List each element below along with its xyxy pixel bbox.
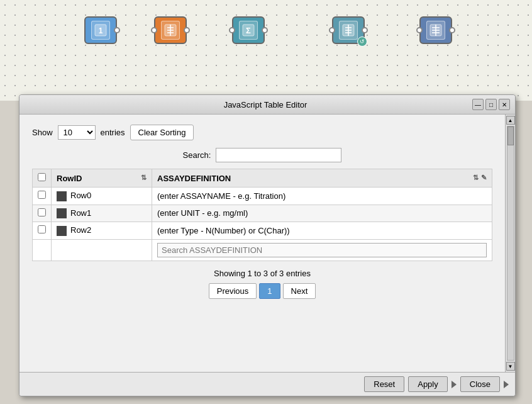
node-397-port-right[interactable] (114, 27, 120, 33)
node-392-box[interactable]: Σ (232, 16, 265, 44)
row-2-checkbox[interactable] (38, 225, 46, 233)
showing-text: Showing 1 to 3 of 3 entries (32, 269, 492, 278)
restore-button[interactable]: □ (485, 99, 497, 110)
close-modal-button[interactable]: ✕ (499, 99, 510, 110)
modal-scrollbar: ▲ ▼ (505, 115, 515, 372)
node-412-box[interactable] (419, 16, 452, 44)
node-394-box[interactable]: ↺ (332, 16, 365, 44)
col-header-checkbox (33, 169, 52, 188)
row-color-indicator (57, 226, 67, 236)
assaydef-edit-icon[interactable]: ✎ (481, 174, 487, 182)
previous-button[interactable]: Previous (209, 283, 257, 299)
row-1-checkbox[interactable] (38, 208, 46, 216)
scrollbar-thumb[interactable] (507, 126, 514, 145)
col-header-assaydef[interactable]: ASSAYDEFINITION ✎ ⇅ (152, 169, 492, 188)
close-arrow-button[interactable] (504, 381, 509, 388)
svg-text:Σ: Σ (246, 26, 251, 35)
controls-row: Show 10 25 50 entries Clear Sorting (32, 125, 492, 140)
node-412-icon (426, 21, 445, 40)
row-checkbox-cell (33, 222, 52, 240)
reset-button[interactable]: Reset (364, 376, 404, 392)
scrollbar-track[interactable] (507, 126, 514, 361)
col-rowid-label: RowID (57, 174, 82, 183)
node-390-box[interactable] (154, 16, 187, 44)
col-assaydef-label: ASSAYDEFINITION (157, 174, 231, 183)
modal-title: JavaScript Table Editor (58, 100, 472, 109)
node-390-port-left[interactable] (151, 27, 157, 33)
row-checkbox-cell (33, 205, 52, 222)
modal-content-area: Show 10 25 50 entries Clear Sorting Sear… (19, 115, 505, 372)
pagination-area: Showing 1 to 3 of 3 entries Previous 1 N… (32, 269, 492, 299)
node-394-icon (339, 21, 358, 40)
search-footer-checkbox-cell (33, 239, 52, 261)
modal-body: Show 10 25 50 entries Clear Sorting Sear… (19, 115, 515, 372)
col-header-rowid[interactable]: RowID ⇅ (52, 169, 152, 188)
apply-arrow-button[interactable] (452, 381, 457, 388)
entries-label: entries (101, 128, 125, 137)
minimize-button[interactable]: — (472, 99, 484, 110)
workflow-canvas (0, 0, 532, 101)
next-button[interactable]: Next (283, 283, 316, 299)
node-394-port-left[interactable] (329, 27, 335, 33)
row-id-cell: Row1 (52, 205, 152, 222)
row-assay-cell: (enter Type - N(Number) or C(Char)) (152, 222, 492, 240)
clear-sorting-button[interactable]: Clear Sorting (130, 125, 194, 140)
rowid-sort-button[interactable]: ⇅ (141, 174, 147, 182)
svg-text:1: 1 (99, 26, 103, 35)
table-row: Row2(enter Type - N(Number) or C(Char)) (33, 222, 492, 240)
table-row: Row0(enter ASSAYNAME - e.g. Titration) (33, 188, 492, 205)
row-0-checkbox[interactable] (38, 191, 46, 199)
row-id-cell: Row2 (52, 222, 152, 240)
table-row: Row1(enter UNIT - e.g. mg/ml) (33, 205, 492, 222)
row-checkbox-cell (33, 188, 52, 205)
close-button[interactable]: Close (460, 376, 500, 392)
data-table: RowID ⇅ ASSAYDEFINITION ✎ ⇅ Row0(enter A… (32, 169, 492, 261)
row-color-indicator (57, 191, 67, 201)
search-row: Search: (32, 148, 492, 162)
search-input[interactable] (216, 148, 341, 162)
row-color-indicator (57, 208, 67, 218)
scrollbar-up-button[interactable]: ▲ (506, 116, 515, 125)
modal-controls: — □ ✕ (472, 99, 510, 110)
modal-titlebar: JavaScript Table Editor — □ ✕ (19, 95, 515, 115)
search-assay-input[interactable] (157, 243, 487, 257)
scrollbar-down-button[interactable]: ▼ (506, 362, 515, 371)
node-394-port-right[interactable] (362, 27, 368, 33)
entries-select[interactable]: 10 25 50 (58, 125, 96, 140)
assaydef-sort-button[interactable]: ⇅ (473, 174, 479, 182)
node-397-icon: 1 (91, 21, 110, 40)
node-390-port-right[interactable] (184, 27, 190, 33)
node-397-box[interactable]: 1 (84, 16, 117, 44)
show-label: Show (32, 128, 53, 137)
modal-footer: Reset Apply Close (19, 372, 515, 396)
node-394-overlay: ↺ (357, 36, 367, 47)
pagination-controls: Previous 1 Next (32, 283, 492, 299)
node-412-port-right[interactable] (449, 27, 455, 33)
node-390-icon (161, 21, 180, 40)
apply-button[interactable]: Apply (408, 376, 448, 392)
row-assay-cell: (enter UNIT - e.g. mg/ml) (152, 205, 492, 222)
search-footer-rowid-cell (52, 239, 152, 261)
node-392-port-right[interactable] (262, 27, 268, 33)
page-1-button[interactable]: 1 (259, 283, 280, 299)
search-assay-cell[interactable] (152, 239, 492, 261)
search-label: Search: (183, 150, 211, 160)
header-checkbox[interactable] (38, 173, 46, 181)
node-392-port-left[interactable] (229, 27, 235, 33)
modal-dialog: JavaScript Table Editor — □ ✕ Show 10 25… (19, 94, 516, 396)
row-id-cell: Row0 (52, 188, 152, 205)
node-412-port-left[interactable] (416, 27, 423, 33)
row-assay-cell: (enter ASSAYNAME - e.g. Titration) (152, 188, 492, 205)
node-392-icon: Σ (239, 21, 258, 40)
